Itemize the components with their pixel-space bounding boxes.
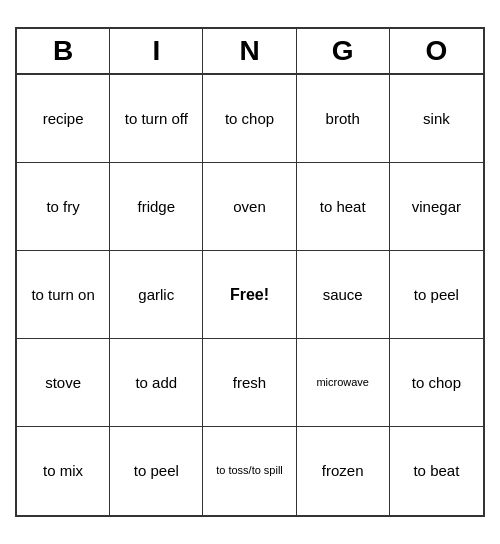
header-letter-o: O (390, 29, 483, 73)
bingo-cell-19: to chop (390, 339, 483, 427)
bingo-cell-5: to fry (17, 163, 110, 251)
bingo-cell-2: to chop (203, 75, 296, 163)
bingo-cell-21: to peel (110, 427, 203, 515)
bingo-cell-16: to add (110, 339, 203, 427)
bingo-cell-22: to toss/to spill (203, 427, 296, 515)
bingo-cell-3: broth (297, 75, 390, 163)
bingo-cell-6: fridge (110, 163, 203, 251)
bingo-cell-7: oven (203, 163, 296, 251)
bingo-cell-1: to turn off (110, 75, 203, 163)
bingo-card: BINGO recipeto turn offto chopbrothsinkt… (15, 27, 485, 517)
bingo-cell-18: microwave (297, 339, 390, 427)
bingo-grid: recipeto turn offto chopbrothsinkto fryf… (17, 75, 483, 515)
bingo-header: BINGO (17, 29, 483, 75)
bingo-cell-10: to turn on (17, 251, 110, 339)
bingo-cell-14: to peel (390, 251, 483, 339)
bingo-cell-12: Free! (203, 251, 296, 339)
header-letter-n: N (203, 29, 296, 73)
bingo-cell-13: sauce (297, 251, 390, 339)
bingo-cell-24: to beat (390, 427, 483, 515)
bingo-cell-20: to mix (17, 427, 110, 515)
bingo-cell-15: stove (17, 339, 110, 427)
bingo-cell-11: garlic (110, 251, 203, 339)
bingo-cell-0: recipe (17, 75, 110, 163)
bingo-cell-9: vinegar (390, 163, 483, 251)
bingo-cell-23: frozen (297, 427, 390, 515)
bingo-cell-17: fresh (203, 339, 296, 427)
bingo-cell-8: to heat (297, 163, 390, 251)
bingo-cell-4: sink (390, 75, 483, 163)
header-letter-b: B (17, 29, 110, 73)
header-letter-g: G (297, 29, 390, 73)
header-letter-i: I (110, 29, 203, 73)
